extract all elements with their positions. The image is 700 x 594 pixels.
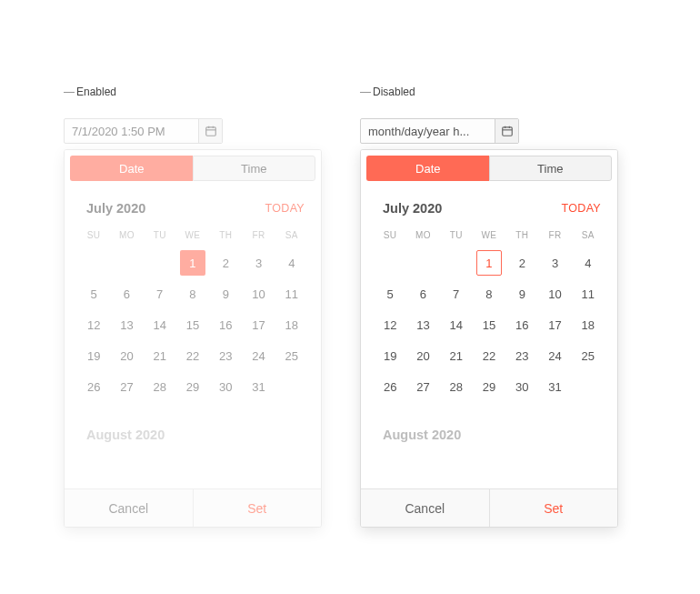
today-link[interactable]: TODAY	[265, 202, 305, 215]
day-cell[interactable]: 13	[110, 309, 143, 340]
day-cell[interactable]: 28	[440, 371, 473, 402]
day-cell[interactable]: 18	[275, 309, 308, 340]
tab-bar: Date Time	[65, 150, 321, 186]
day-cell[interactable]: 2	[505, 247, 538, 278]
day-cell[interactable]: 23	[209, 340, 242, 371]
next-month-header: August 2020	[77, 402, 308, 442]
day-cell[interactable]: 26	[77, 371, 110, 402]
day-cell[interactable]: 16	[209, 309, 242, 340]
day-cell[interactable]: 19	[374, 340, 406, 371]
day-cell[interactable]: 12	[77, 309, 110, 340]
dow-tu: TU	[440, 227, 473, 247]
calendar-icon-button[interactable]	[495, 119, 518, 143]
day-cell[interactable]: 1	[473, 247, 505, 278]
day-cell[interactable]: 4	[275, 247, 308, 278]
day-cell[interactable]: 29	[176, 371, 209, 402]
day-cell[interactable]: 22	[473, 340, 505, 371]
week-row: 567891011	[374, 278, 605, 309]
date-input[interactable]: 7/1/2020 1:50 PM	[65, 119, 198, 143]
set-button[interactable]: Set	[194, 489, 322, 527]
day-cell[interactable]: 20	[110, 340, 143, 371]
day-cell[interactable]: 15	[176, 309, 209, 340]
day-cell[interactable]: 24	[242, 340, 275, 371]
day-cell[interactable]: 31	[538, 371, 571, 402]
calendar-icon-button[interactable]	[198, 119, 222, 143]
next-month-header: August 2020	[374, 402, 605, 442]
day-cell[interactable]: 10	[242, 278, 275, 309]
set-button[interactable]: Set	[490, 489, 618, 527]
day-cell[interactable]: 27	[406, 371, 439, 402]
tab-date[interactable]: Date	[70, 156, 193, 181]
week-row: 1234	[77, 247, 308, 278]
day-cell[interactable]: 23	[505, 340, 538, 371]
week-row: 19202122232425	[374, 340, 605, 371]
date-input[interactable]: month/day/year h...	[361, 119, 495, 143]
day-cell[interactable]: 13	[406, 309, 439, 340]
day-cell	[374, 247, 406, 278]
day-cell[interactable]: 9	[209, 278, 242, 309]
day-cell[interactable]: 18	[572, 309, 605, 340]
tab-time[interactable]: Time	[193, 156, 316, 181]
cancel-button[interactable]: Cancel	[361, 489, 490, 527]
dow-su: SU	[374, 227, 406, 247]
day-cell[interactable]: 9	[505, 278, 538, 309]
day-cell[interactable]: 26	[374, 371, 406, 402]
day-cell	[440, 247, 473, 278]
day-cell[interactable]: 8	[176, 278, 209, 309]
day-cell[interactable]: 27	[110, 371, 143, 402]
month-header: July 2020 TODAY	[77, 192, 308, 227]
day-cell[interactable]: 5	[77, 278, 110, 309]
day-cell[interactable]: 22	[176, 340, 209, 371]
next-month-title: August 2020	[383, 428, 601, 442]
dash-icon: —	[64, 86, 75, 98]
day-cell[interactable]: 21	[440, 340, 473, 371]
day-cell[interactable]: 5	[374, 278, 406, 309]
day-cell[interactable]: 2	[209, 247, 242, 278]
day-cell[interactable]: 19	[77, 340, 110, 371]
calendar-grid: 1234567891011121314151617181920212223242…	[77, 247, 308, 402]
dow-we: WE	[473, 227, 505, 247]
day-cell[interactable]: 10	[538, 278, 571, 309]
day-cell[interactable]: 11	[275, 278, 308, 309]
day-cell[interactable]: 3	[242, 247, 275, 278]
day-cell[interactable]: 25	[572, 340, 605, 371]
day-cell[interactable]: 25	[275, 340, 308, 371]
day-cell[interactable]: 6	[406, 278, 439, 309]
dow-su: SU	[77, 227, 110, 247]
day-cell[interactable]: 15	[473, 309, 505, 340]
day-cell[interactable]: 30	[505, 371, 538, 402]
day-cell[interactable]: 8	[473, 278, 505, 309]
day-cell[interactable]: 1	[176, 247, 209, 278]
cancel-button[interactable]: Cancel	[65, 489, 194, 527]
day-cell[interactable]: 17	[538, 309, 571, 340]
next-month-title: August 2020	[86, 428, 305, 442]
day-cell[interactable]: 14	[440, 309, 473, 340]
day-cell[interactable]: 21	[144, 340, 176, 371]
date-input-group[interactable]: 7/1/2020 1:50 PM	[64, 118, 223, 144]
date-input-group[interactable]: month/day/year h...	[360, 118, 519, 144]
today-link[interactable]: TODAY	[562, 202, 601, 215]
day-cell[interactable]: 4	[572, 247, 605, 278]
day-cell[interactable]: 20	[406, 340, 439, 371]
day-cell[interactable]: 3	[538, 247, 571, 278]
datepicker-popup: Date Time July 2020 TODAY SU MO TU WE TH…	[360, 149, 618, 528]
day-cell[interactable]: 31	[242, 371, 275, 402]
day-cell[interactable]: 30	[209, 371, 242, 402]
tab-date[interactable]: Date	[366, 156, 489, 181]
day-cell[interactable]: 14	[144, 309, 176, 340]
day-cell[interactable]: 7	[440, 278, 473, 309]
day-cell[interactable]: 11	[572, 278, 605, 309]
datepicker-popup: Date Time July 2020 TODAY SU MO TU WE TH…	[64, 149, 322, 528]
day-cell[interactable]: 29	[473, 371, 505, 402]
day-cell[interactable]: 7	[144, 278, 176, 309]
dow-fr: FR	[242, 227, 275, 247]
day-cell[interactable]: 28	[144, 371, 176, 402]
day-cell[interactable]: 24	[538, 340, 571, 371]
day-cell[interactable]: 17	[242, 309, 275, 340]
day-cell	[144, 247, 176, 278]
day-cell[interactable]: 12	[374, 309, 406, 340]
day-cell[interactable]: 16	[505, 309, 538, 340]
day-cell[interactable]: 6	[110, 278, 143, 309]
week-row: 12131415161718	[77, 309, 308, 340]
tab-time[interactable]: Time	[489, 156, 613, 181]
